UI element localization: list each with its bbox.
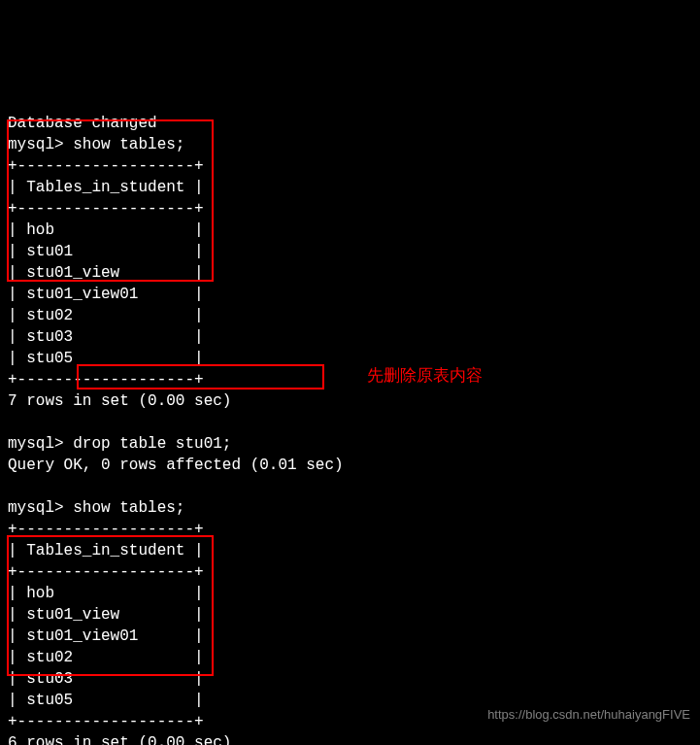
table-border: +-------------------+ xyxy=(8,371,204,389)
terminal-output: Database changed mysql> show tables; +--… xyxy=(8,91,692,745)
result-summary: 7 rows in set (0.00 sec) xyxy=(8,392,231,410)
mysql-prompt-line: mysql> show tables; xyxy=(8,136,184,153)
annotation-text: 先删除原表内容 xyxy=(367,365,483,387)
table-header: | Tables_in_student | xyxy=(8,179,204,196)
table-row: | stu02 | xyxy=(8,649,204,666)
table-border: +-------------------+ xyxy=(8,713,204,730)
table-border: +-------------------+ xyxy=(8,521,204,538)
table-header: | Tables_in_student | xyxy=(8,542,204,559)
table-row: | hob | xyxy=(8,221,204,239)
table-row: | stu05 | xyxy=(8,350,204,367)
result-summary: 6 rows in set (0.00 sec) xyxy=(8,734,231,745)
table-row: | stu01 | xyxy=(8,243,204,260)
result-summary: Query OK, 0 rows affected (0.01 sec) xyxy=(8,457,344,474)
table-row: | hob | xyxy=(8,585,204,602)
table-row: | stu03 | xyxy=(8,670,204,688)
table-row: | stu01_view01 | xyxy=(8,627,204,645)
table-border: +-------------------+ xyxy=(8,200,204,218)
table-row: | stu01_view01 | xyxy=(8,286,204,303)
table-row: | stu05 | xyxy=(8,692,204,709)
line: Database changed xyxy=(8,115,157,132)
table-row: | stu01_view | xyxy=(8,606,204,624)
table-row: | stu02 | xyxy=(8,307,204,324)
watermark: https://blog.csdn.net/huhaiyangFIVE xyxy=(487,704,690,726)
mysql-prompt-line: mysql> drop table stu01; xyxy=(8,435,231,453)
mysql-prompt-line: mysql> show tables; xyxy=(8,499,184,517)
table-row: | stu03 | xyxy=(8,328,204,346)
table-border: +-------------------+ xyxy=(8,563,204,581)
table-row: | stu01_view | xyxy=(8,264,204,282)
table-border: +-------------------+ xyxy=(8,157,204,175)
